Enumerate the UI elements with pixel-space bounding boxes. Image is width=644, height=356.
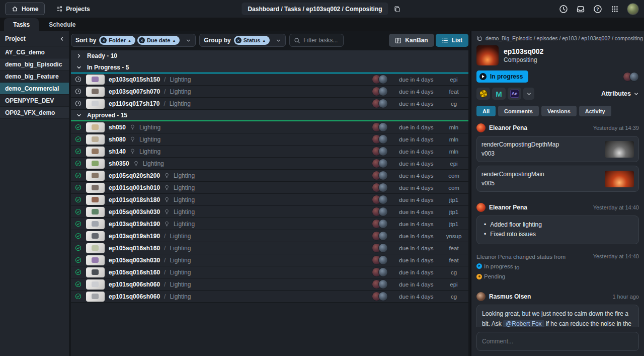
assignee-avatars — [372, 231, 388, 241]
task-row[interactable]: sh0350 Lighting due in 4 days epi — [71, 158, 468, 170]
task-row[interactable]: ep105sq016sh160 / Lighting due in 4 days… — [71, 266, 468, 278]
task-name: sh0350 — [109, 160, 129, 167]
sort-chip[interactable]: ✕Folder▲ — [99, 36, 135, 45]
assignee-avatars — [372, 207, 388, 217]
activity-feed[interactable]: Eleanor Pena Yesterday at 14:39 renderCo… — [471, 116, 644, 327]
task-thumbnail — [86, 134, 105, 145]
home-button[interactable]: Home — [5, 3, 45, 15]
task-row[interactable]: ep103sq015sh150 / Lighting due in 4 days… — [71, 74, 468, 86]
project-tag: mln — [443, 136, 464, 143]
task-row[interactable]: ep105sq020sh200 Lighting due in 4 days c… — [71, 170, 468, 182]
task-row[interactable]: ep101sq006sh060 / Lighting due in 4 days… — [71, 291, 468, 303]
task-row[interactable]: ep101sq018sh180 Lighting due in 4 days j… — [71, 194, 468, 206]
task-name: ep105sq016sh160 — [109, 269, 160, 276]
task-name: ep105sq003sh030 — [109, 208, 160, 216]
sidebar-item-project[interactable]: AY_CG_demo — [0, 46, 69, 58]
remove-chip-icon[interactable]: ✕ — [139, 37, 145, 43]
group-chip[interactable]: ✕Status▲ — [234, 36, 270, 45]
task-row[interactable]: ep110sq017sh170 / Lighting due in 4 days… — [71, 98, 468, 110]
clock-icon — [75, 88, 82, 95]
due-date: due in 4 days — [399, 124, 439, 130]
version-card[interactable]: renderCompostingMainv005 — [476, 166, 639, 192]
check-circle-icon — [75, 257, 82, 263]
user-mention[interactable]: @Robert Fox — [503, 320, 544, 327]
sidebar-item-project[interactable]: demo_Commercial — [0, 83, 69, 95]
sidebar-item-project[interactable]: demo_big_Episodic — [0, 58, 69, 70]
list-icon — [442, 37, 448, 44]
help-icon[interactable]: ? — [593, 4, 603, 14]
assignee-avatars — [372, 183, 388, 192]
entity-breadcrumb[interactable]: demo_Big_Episodic / episodes / ep103 / e… — [486, 35, 643, 41]
due-date: due in 4 days — [399, 136, 439, 143]
chip-label: Due date — [147, 37, 170, 43]
version-number: v003 — [481, 149, 559, 158]
task-group-header[interactable]: In Progress - 5 — [71, 62, 468, 74]
version-card[interactable]: renderCompostingDepthMapv003 — [476, 136, 639, 162]
remove-chip-icon[interactable]: ✕ — [101, 37, 107, 43]
tab-schedule[interactable]: Schedule — [40, 18, 85, 31]
check-circle-icon — [75, 196, 82, 203]
comment-input-box[interactable] — [476, 332, 639, 351]
attributes-toggle[interactable]: Attributes — [601, 90, 639, 97]
apps-grid-icon[interactable] — [610, 4, 620, 14]
launch-after-effects-button[interactable]: Ae — [508, 88, 521, 100]
group-dropdown-icon[interactable] — [275, 38, 281, 43]
history-icon[interactable] — [558, 4, 569, 14]
assignees[interactable] — [623, 72, 639, 82]
copy-breadcrumb-icon[interactable] — [392, 4, 403, 14]
task-row[interactable]: ep101sq001sh010 Lighting due in 4 days c… — [71, 182, 468, 194]
task-group-header[interactable]: Approved - 15 — [71, 110, 468, 121]
kanban-view-button[interactable]: KanBan — [389, 34, 434, 47]
status-select[interactable]: In progress — [476, 70, 528, 83]
sidebar-item-project[interactable]: OP02_VFX_demo — [0, 107, 69, 119]
task-row[interactable]: sh050 Lighting due in 4 days mln — [71, 121, 468, 133]
feed-tab-versions[interactable]: Versions — [541, 106, 577, 116]
check-circle-icon — [75, 148, 82, 155]
task-group-header[interactable]: Ready - 10 — [71, 50, 468, 62]
projects-button[interactable]: Projects — [50, 3, 96, 15]
chip-label: Status — [244, 37, 261, 43]
copy-path-icon[interactable] — [476, 35, 482, 41]
sort-chip[interactable]: ✕Due date▲ — [137, 36, 180, 45]
due-date: due in 4 days — [399, 294, 439, 300]
feed-tab-activity[interactable]: Activity — [579, 106, 611, 116]
task-row[interactable]: ep103sq007sh070 / Lighting due in 4 days… — [71, 86, 468, 98]
filter-tasks-input[interactable] — [303, 37, 339, 44]
inbox-icon[interactable] — [576, 4, 586, 14]
group-by-control[interactable]: Group by ✕Status▲ — [199, 34, 286, 47]
task-thumbnail — [86, 231, 105, 241]
due-date: due in 4 days — [399, 221, 439, 227]
path-separator: / — [164, 100, 165, 107]
project-tag: jtp1 — [443, 197, 464, 203]
task-row[interactable]: sh140 Lighting due in 4 days mln — [71, 146, 468, 158]
task-row[interactable]: ep103sq019sh190 / Lighting due in 4 days… — [71, 230, 468, 242]
feed-tab-all[interactable]: All — [476, 106, 496, 116]
task-row[interactable]: sh080 Lighting due in 4 days mln — [71, 133, 468, 146]
task-row[interactable]: ep105sq003sh030 / Lighting due in 4 days… — [71, 254, 468, 266]
launch-nuke-button[interactable] — [476, 88, 490, 100]
more-apps-button[interactable] — [523, 88, 534, 100]
list-view-button[interactable]: List — [436, 34, 468, 47]
tab-tasks[interactable]: Tasks — [4, 18, 39, 31]
task-type: Lighting — [174, 184, 195, 191]
task-row[interactable]: ep103sq019sh190 Lighting due in 4 days j… — [71, 218, 468, 230]
task-row[interactable]: ep105sq016sh160 / Lighting due in 4 days… — [71, 242, 468, 254]
filter-tasks-field[interactable] — [289, 34, 344, 47]
check-circle-icon — [75, 172, 82, 179]
user-avatar[interactable] — [627, 3, 639, 15]
sidebar-item-project[interactable]: demo_big_Feature — [0, 70, 69, 83]
feed-tab-comments[interactable]: Comments — [498, 106, 539, 116]
sort-dropdown-icon[interactable] — [185, 38, 191, 43]
launch-m-app-button[interactable]: M — [492, 88, 506, 100]
task-row[interactable]: ep105sq003sh030 Lighting due in 4 days j… — [71, 206, 468, 218]
breadcrumb[interactable]: Dashboard / Tasks / ep103sq002 / Composi… — [242, 3, 388, 15]
bulb-icon — [164, 172, 170, 179]
task-row[interactable]: ep101sq006sh060 / Lighting due in 4 days… — [71, 278, 468, 291]
collapse-sidebar-icon[interactable] — [59, 36, 65, 42]
sort-by-control[interactable]: Sort by ✕Folder▲✕Due date▲ — [71, 34, 196, 47]
check-circle-icon — [75, 124, 82, 130]
sidebar-item-project[interactable]: OPENPYPE_DEV — [0, 95, 69, 107]
remove-chip-icon[interactable]: ✕ — [235, 37, 242, 43]
projects-icon — [56, 6, 62, 12]
comment-input[interactable] — [482, 338, 633, 345]
